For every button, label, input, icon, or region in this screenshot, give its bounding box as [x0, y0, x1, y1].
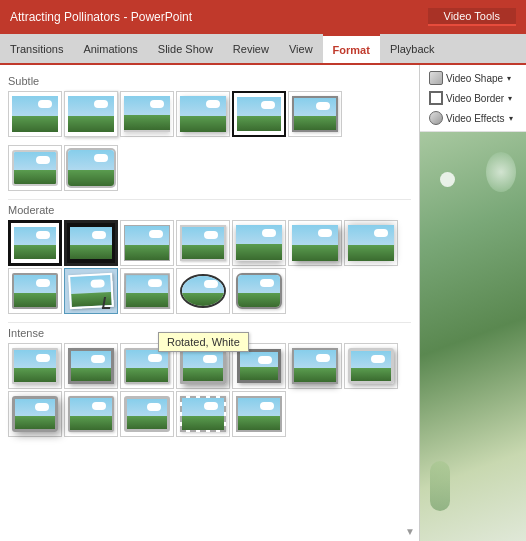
gallery-item[interactable] — [344, 343, 398, 389]
gallery-item[interactable] — [64, 91, 118, 137]
gallery-item[interactable] — [120, 91, 174, 137]
video-shape-button[interactable]: Video Shape ▾ — [426, 69, 520, 87]
app-title: Attracting Pollinators - PowerPoint — [10, 10, 192, 24]
tab-review[interactable]: Review — [223, 34, 279, 63]
video-effects-label: Video Effects — [446, 113, 505, 124]
section-moderate: Moderate — [8, 204, 411, 216]
shape-icon — [429, 71, 443, 85]
gallery-item[interactable] — [8, 145, 62, 191]
video-effects-button[interactable]: Video Effects ▾ — [426, 109, 520, 127]
subtle-row2 — [8, 145, 411, 191]
video-shape-chevron: ▾ — [507, 74, 511, 83]
gallery-item[interactable] — [8, 268, 62, 314]
gallery-item[interactable] — [120, 220, 174, 266]
gallery-item[interactable] — [8, 343, 62, 389]
section-subtle: Subtle — [8, 75, 411, 87]
gallery-item[interactable] — [288, 343, 342, 389]
tooltip: Rotated, White — [158, 332, 249, 352]
effects-icon — [429, 111, 443, 125]
gallery-panel: Subtle — [0, 65, 420, 541]
gallery-item-oval[interactable] — [176, 268, 230, 314]
tab-slideshow[interactable]: Slide Show — [148, 34, 223, 63]
gallery-item[interactable] — [64, 145, 118, 191]
gallery-item[interactable] — [120, 391, 174, 437]
gallery-item[interactable] — [288, 91, 342, 137]
section-divider-moderate — [8, 199, 411, 200]
gallery-item-selected[interactable] — [232, 91, 286, 137]
tab-animations[interactable]: Animations — [73, 34, 147, 63]
video-tools-label: Video Tools — [428, 8, 516, 26]
gallery-item[interactable] — [176, 91, 230, 137]
gallery-item[interactable] — [176, 391, 230, 437]
video-border-chevron: ▾ — [508, 94, 512, 103]
gallery-item[interactable] — [232, 391, 286, 437]
tab-playback[interactable]: Playback — [380, 34, 445, 63]
expand-indicator[interactable]: ▼ — [405, 526, 415, 537]
gallery-item[interactable] — [232, 268, 286, 314]
gallery-item[interactable] — [120, 268, 174, 314]
subtle-grid — [8, 91, 411, 137]
intense-grid — [8, 343, 411, 437]
tab-format[interactable]: Format — [323, 34, 380, 63]
video-tools-header: Video Shape ▾ Video Border ▾ Video Effec… — [420, 65, 526, 132]
gallery-item[interactable] — [64, 391, 118, 437]
border-icon — [429, 91, 443, 105]
ribbon-tabs: Transitions Animations Slide Show Review… — [0, 34, 526, 65]
tab-view[interactable]: View — [279, 34, 323, 63]
gallery-item[interactable] — [8, 91, 62, 137]
video-border-button[interactable]: Video Border ▾ — [426, 89, 520, 107]
gallery-item[interactable] — [176, 220, 230, 266]
moderate-grid — [8, 220, 411, 314]
section-divider-intense — [8, 322, 411, 323]
gallery-item-thick-selected[interactable] — [8, 220, 62, 266]
gallery-item[interactable] — [288, 220, 342, 266]
gallery-item[interactable] — [344, 220, 398, 266]
gallery-item-hovered[interactable] — [64, 268, 118, 314]
gallery-item[interactable] — [64, 220, 118, 266]
tab-transitions[interactable]: Transitions — [0, 34, 73, 63]
gallery-item[interactable] — [232, 220, 286, 266]
gallery-item[interactable] — [8, 391, 62, 437]
video-shape-label: Video Shape — [446, 73, 503, 84]
video-effects-chevron: ▾ — [509, 114, 513, 123]
gallery-item[interactable] — [64, 343, 118, 389]
video-border-label: Video Border — [446, 93, 504, 104]
photo-preview — [420, 132, 526, 541]
